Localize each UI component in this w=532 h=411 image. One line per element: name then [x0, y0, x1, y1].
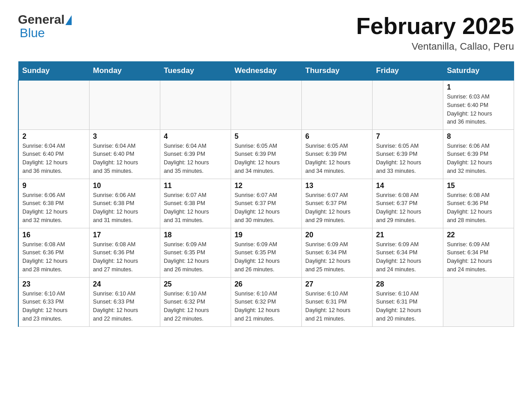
calendar-day-cell: 28Sunrise: 6:10 AM Sunset: 6:31 PM Dayli…: [372, 277, 443, 326]
day-of-week-header: Saturday: [443, 62, 514, 81]
day-info: Sunrise: 6:09 AM Sunset: 6:34 PM Dayligh…: [447, 240, 510, 274]
calendar-day-cell: 24Sunrise: 6:10 AM Sunset: 6:33 PM Dayli…: [89, 277, 160, 326]
day-of-week-header: Friday: [372, 62, 443, 81]
calendar-day-cell: 10Sunrise: 6:06 AM Sunset: 6:38 PM Dayli…: [89, 179, 160, 228]
day-info: Sunrise: 6:08 AM Sunset: 6:36 PM Dayligh…: [447, 191, 510, 225]
calendar-week-row: 9Sunrise: 6:06 AM Sunset: 6:38 PM Daylig…: [18, 179, 514, 228]
calendar-week-row: 16Sunrise: 6:08 AM Sunset: 6:36 PM Dayli…: [18, 228, 514, 277]
day-number: 15: [447, 182, 510, 190]
calendar-header-row: SundayMondayTuesdayWednesdayThursdayFrid…: [18, 62, 514, 81]
day-number: 11: [164, 182, 227, 190]
calendar-day-cell: [160, 80, 231, 129]
day-number: 24: [93, 280, 156, 288]
day-info: Sunrise: 6:10 AM Sunset: 6:33 PM Dayligh…: [93, 290, 156, 323]
day-number: 10: [93, 182, 156, 190]
calendar-day-cell: [443, 277, 514, 326]
calendar-day-cell: 16Sunrise: 6:08 AM Sunset: 6:36 PM Dayli…: [18, 228, 89, 277]
day-info: Sunrise: 6:07 AM Sunset: 6:37 PM Dayligh…: [305, 191, 369, 225]
day-info: Sunrise: 6:06 AM Sunset: 6:38 PM Dayligh…: [22, 191, 86, 225]
day-number: 20: [305, 231, 369, 239]
day-number: 3: [93, 133, 156, 141]
day-number: 17: [93, 231, 156, 239]
calendar-day-cell: 9Sunrise: 6:06 AM Sunset: 6:38 PM Daylig…: [18, 179, 89, 228]
calendar-day-cell: 5Sunrise: 6:05 AM Sunset: 6:39 PM Daylig…: [231, 129, 301, 179]
day-number: 28: [376, 280, 439, 288]
calendar-day-cell: 15Sunrise: 6:08 AM Sunset: 6:36 PM Dayli…: [443, 179, 514, 228]
calendar-day-cell: 6Sunrise: 6:05 AM Sunset: 6:39 PM Daylig…: [301, 129, 372, 179]
day-number: 25: [164, 280, 227, 288]
day-info: Sunrise: 6:09 AM Sunset: 6:34 PM Dayligh…: [376, 240, 439, 274]
day-info: Sunrise: 6:04 AM Sunset: 6:40 PM Dayligh…: [22, 142, 86, 176]
day-number: 14: [376, 182, 439, 190]
calendar-day-cell: 17Sunrise: 6:08 AM Sunset: 6:36 PM Dayli…: [89, 228, 160, 277]
calendar-day-cell: 14Sunrise: 6:08 AM Sunset: 6:37 PM Dayli…: [372, 179, 443, 228]
day-number: 1: [447, 83, 510, 91]
calendar-week-row: 1Sunrise: 6:03 AM Sunset: 6:40 PM Daylig…: [18, 80, 514, 129]
day-info: Sunrise: 6:10 AM Sunset: 6:31 PM Dayligh…: [305, 290, 369, 323]
calendar-day-cell: 19Sunrise: 6:09 AM Sunset: 6:35 PM Dayli…: [231, 228, 301, 277]
calendar-day-cell: 20Sunrise: 6:09 AM Sunset: 6:34 PM Dayli…: [301, 228, 372, 277]
calendar-week-row: 23Sunrise: 6:10 AM Sunset: 6:33 PM Dayli…: [18, 277, 514, 326]
day-number: 13: [305, 182, 369, 190]
day-info: Sunrise: 6:08 AM Sunset: 6:37 PM Dayligh…: [376, 191, 439, 225]
day-number: 4: [164, 133, 227, 141]
day-of-week-header: Sunday: [18, 62, 89, 81]
calendar-day-cell: 25Sunrise: 6:10 AM Sunset: 6:32 PM Dayli…: [160, 277, 231, 326]
calendar-day-cell: [89, 80, 160, 129]
calendar-day-cell: [301, 80, 372, 129]
calendar-table: SundayMondayTuesdayWednesdayThursdayFrid…: [18, 61, 514, 327]
day-info: Sunrise: 6:09 AM Sunset: 6:35 PM Dayligh…: [164, 240, 227, 274]
logo: General Blue: [18, 13, 73, 40]
calendar-day-cell: 4Sunrise: 6:04 AM Sunset: 6:39 PM Daylig…: [160, 129, 231, 179]
day-info: Sunrise: 6:08 AM Sunset: 6:36 PM Dayligh…: [93, 240, 156, 274]
calendar-day-cell: [231, 80, 301, 129]
day-number: 27: [305, 280, 369, 288]
calendar-day-cell: 23Sunrise: 6:10 AM Sunset: 6:33 PM Dayli…: [18, 277, 89, 326]
calendar-day-cell: 7Sunrise: 6:05 AM Sunset: 6:39 PM Daylig…: [372, 129, 443, 179]
calendar-day-cell: 18Sunrise: 6:09 AM Sunset: 6:35 PM Dayli…: [160, 228, 231, 277]
calendar-day-cell: [18, 80, 89, 129]
calendar-day-cell: 21Sunrise: 6:09 AM Sunset: 6:34 PM Dayli…: [372, 228, 443, 277]
calendar-day-cell: 2Sunrise: 6:04 AM Sunset: 6:40 PM Daylig…: [18, 129, 89, 179]
day-info: Sunrise: 6:09 AM Sunset: 6:35 PM Dayligh…: [235, 240, 298, 274]
day-number: 16: [22, 231, 86, 239]
day-of-week-header: Wednesday: [231, 62, 301, 81]
day-number: 8: [447, 133, 510, 141]
day-info: Sunrise: 6:10 AM Sunset: 6:31 PM Dayligh…: [376, 290, 439, 323]
page-header: General Blue February 2025 Ventanilla, C…: [18, 13, 514, 52]
day-info: Sunrise: 6:08 AM Sunset: 6:36 PM Dayligh…: [22, 240, 86, 274]
day-of-week-header: Thursday: [301, 62, 372, 81]
day-info: Sunrise: 6:05 AM Sunset: 6:39 PM Dayligh…: [235, 142, 298, 176]
logo-blue-text: Blue: [20, 26, 45, 40]
day-number: 23: [22, 280, 86, 288]
day-info: Sunrise: 6:05 AM Sunset: 6:39 PM Dayligh…: [376, 142, 439, 176]
day-of-week-header: Tuesday: [160, 62, 231, 81]
day-number: 5: [235, 133, 298, 141]
day-of-week-header: Monday: [89, 62, 160, 81]
day-number: 26: [235, 280, 298, 288]
calendar-day-cell: 22Sunrise: 6:09 AM Sunset: 6:34 PM Dayli…: [443, 228, 514, 277]
day-number: 12: [235, 182, 298, 190]
day-info: Sunrise: 6:05 AM Sunset: 6:39 PM Dayligh…: [305, 142, 369, 176]
calendar-week-row: 2Sunrise: 6:04 AM Sunset: 6:40 PM Daylig…: [18, 129, 514, 179]
day-info: Sunrise: 6:06 AM Sunset: 6:38 PM Dayligh…: [93, 191, 156, 225]
calendar-day-cell: 12Sunrise: 6:07 AM Sunset: 6:37 PM Dayli…: [231, 179, 301, 228]
day-number: 22: [447, 231, 510, 239]
day-number: 19: [235, 231, 298, 239]
day-number: 9: [22, 182, 86, 190]
calendar-day-cell: 26Sunrise: 6:10 AM Sunset: 6:32 PM Dayli…: [231, 277, 301, 326]
logo-triangle-icon: [65, 15, 72, 25]
day-number: 2: [22, 133, 86, 141]
day-info: Sunrise: 6:10 AM Sunset: 6:33 PM Dayligh…: [22, 290, 86, 323]
logo-general-text: General: [18, 13, 64, 26]
day-number: 7: [376, 133, 439, 141]
calendar-day-cell: 3Sunrise: 6:04 AM Sunset: 6:40 PM Daylig…: [89, 129, 160, 179]
month-title: February 2025: [356, 13, 514, 39]
day-info: Sunrise: 6:03 AM Sunset: 6:40 PM Dayligh…: [447, 93, 510, 126]
day-info: Sunrise: 6:04 AM Sunset: 6:39 PM Dayligh…: [164, 142, 227, 176]
day-info: Sunrise: 6:07 AM Sunset: 6:38 PM Dayligh…: [164, 191, 227, 225]
calendar-day-cell: 1Sunrise: 6:03 AM Sunset: 6:40 PM Daylig…: [443, 80, 514, 129]
calendar-day-cell: 8Sunrise: 6:06 AM Sunset: 6:39 PM Daylig…: [443, 129, 514, 179]
day-number: 6: [305, 133, 369, 141]
calendar-day-cell: 11Sunrise: 6:07 AM Sunset: 6:38 PM Dayli…: [160, 179, 231, 228]
